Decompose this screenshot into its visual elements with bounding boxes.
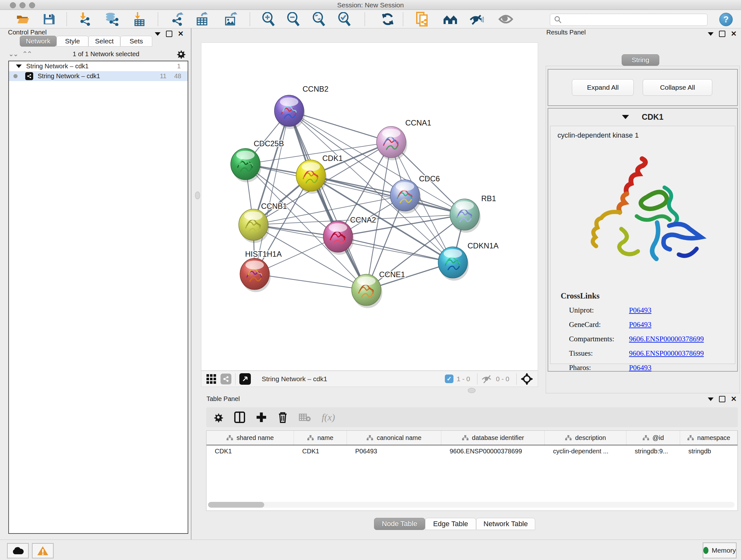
close-panel-icon[interactable]: ✕ — [731, 396, 737, 401]
float-panel-icon[interactable] — [719, 30, 725, 37]
string-network-graph[interactable]: CCNB2CCNA1CDC25BCDK1CDC6RB1CCNB1CCNA2CDK… — [201, 43, 538, 370]
edge-CDK1-RB1[interactable] — [311, 176, 465, 214]
export-image-icon[interactable] — [223, 12, 238, 26]
node-CCNB1[interactable]: CCNB1 — [239, 202, 287, 243]
collapse-panel-icon[interactable] — [708, 397, 714, 401]
delete-column-icon[interactable] — [278, 412, 288, 423]
zoom-selected-icon[interactable] — [337, 12, 352, 26]
table-row[interactable]: CDK1CDK1P064939606.ENSP00000378699cyclin… — [206, 445, 738, 457]
zoom-out-icon[interactable] — [286, 12, 300, 26]
table-cell[interactable]: cyclin-dependent ... — [545, 445, 626, 457]
warnings-button[interactable] — [32, 543, 54, 558]
close-panel-icon[interactable]: ✕ — [178, 31, 184, 37]
node-CDC6[interactable]: CDC6 — [390, 174, 440, 213]
home-houses-icon[interactable] — [443, 12, 458, 26]
tab-style[interactable]: Style — [57, 36, 88, 47]
node-CDC25B[interactable]: CDC25B — [231, 139, 284, 182]
collapse-section-icon[interactable] — [622, 115, 629, 119]
node-RB1[interactable]: RB1 — [450, 194, 496, 233]
column-header-description[interactable]: description — [545, 431, 626, 445]
tab-sets[interactable]: Sets — [120, 36, 152, 47]
network-canvas[interactable]: CCNB2CCNA1CDC25BCDK1CDC6RB1CCNB1CCNA2CDK… — [201, 43, 538, 371]
collapse-all-button[interactable]: Collapse All — [643, 79, 712, 96]
tab-string[interactable]: String — [622, 54, 659, 66]
open-session-icon[interactable] — [15, 12, 30, 26]
search-box[interactable] — [550, 14, 708, 26]
table-cell[interactable]: 9606.ENSP00000378699 — [441, 445, 545, 457]
save-session-icon[interactable] — [42, 12, 56, 26]
column-header-name[interactable]: name — [294, 431, 347, 445]
zoom-in-icon[interactable] — [261, 12, 276, 26]
network-share-view-icon[interactable] — [220, 374, 231, 384]
refresh-layout-icon[interactable] — [381, 12, 395, 26]
selected-checkbox-icon[interactable]: ✓ — [445, 374, 454, 383]
column-header-database-identifier[interactable]: database identifier — [441, 431, 545, 445]
tab-network[interactable]: Network — [20, 36, 57, 47]
grid-view-icon[interactable] — [206, 374, 217, 384]
vertical-splitter[interactable] — [191, 28, 192, 540]
expand-all-icon[interactable]: ⌃⌃ — [22, 50, 31, 58]
edge-HIST1H1A-CCNE1[interactable] — [255, 274, 366, 290]
edge-CCNB2-CCNE1[interactable] — [289, 111, 366, 290]
crosslink-link[interactable]: 9606.ENSP00000378699 — [629, 349, 704, 358]
show-columns-icon[interactable] — [234, 412, 245, 423]
network-options-gear-icon[interactable] — [176, 49, 186, 59]
hide-unhide-eye-icon[interactable] — [469, 12, 484, 26]
crosslink-link[interactable]: P06493 — [629, 320, 651, 329]
table-cell[interactable]: CDK1 — [206, 445, 294, 457]
collapse-panel-icon[interactable] — [708, 32, 714, 36]
fit-selected-crosshair-icon[interactable] — [521, 373, 533, 385]
zoom-fit-icon[interactable] — [312, 12, 326, 26]
collapse-panel-icon[interactable] — [155, 32, 160, 36]
add-column-icon[interactable] — [256, 412, 267, 423]
tab-node-table[interactable]: Node Table — [374, 518, 425, 530]
tree-expand-icon[interactable] — [16, 64, 22, 68]
column-header-shared-name[interactable]: shared name — [206, 431, 294, 445]
memory-button[interactable]: Memory — [703, 543, 737, 558]
column-header-@id[interactable]: @id — [626, 431, 680, 445]
node-CCNE1[interactable]: CCNE1 — [352, 270, 405, 308]
duplicate-network-icon[interactable] — [415, 12, 429, 26]
network-collection-row[interactable]: String Network – cdk1 1 — [9, 61, 188, 71]
cdk1-header[interactable]: CDK1 — [548, 109, 737, 125]
edge-CCNA2-CDKN1A[interactable] — [338, 237, 453, 262]
horizontal-splitter-handle[interactable] — [468, 388, 475, 393]
splitter-handle[interactable] — [195, 192, 200, 199]
column-header-namespace[interactable]: namespace — [680, 431, 738, 445]
help-button[interactable]: ? — [719, 13, 733, 26]
node-HIST1H1A[interactable]: HIST1H1A — [240, 250, 282, 292]
network-row-selected[interactable]: String Network – cdk1 11 48 — [9, 71, 188, 81]
node-CCNB2[interactable]: CCNB2 — [274, 84, 328, 129]
float-panel-icon[interactable] — [719, 396, 725, 402]
export-network-icon[interactable] — [170, 12, 185, 26]
tab-edge-table[interactable]: Edge Table — [425, 518, 476, 530]
table-options-gear-icon[interactable] — [213, 412, 223, 422]
close-panel-icon[interactable]: ✕ — [731, 31, 737, 37]
table-horizontal-scrollbar[interactable] — [208, 502, 735, 508]
tab-select[interactable]: Select — [88, 36, 120, 47]
import-network-database-icon[interactable] — [104, 12, 119, 26]
table-cell[interactable]: P06493 — [347, 445, 441, 457]
scrollbar-thumb[interactable] — [208, 502, 264, 508]
export-table-icon[interactable] — [195, 12, 209, 26]
table-cell[interactable]: stringdb — [680, 445, 738, 457]
crosslink-link[interactable]: 9606.ENSP00000378699 — [629, 335, 704, 343]
crosslink-link[interactable]: P06493 — [629, 364, 651, 372]
node-CCNA1[interactable]: CCNA1 — [377, 118, 431, 160]
collapse-all-icon[interactable]: ⌄⌄ — [8, 50, 17, 58]
import-network-file-icon[interactable] — [77, 12, 92, 26]
import-table-icon[interactable] — [131, 12, 146, 26]
cloud-button[interactable] — [7, 543, 29, 558]
show-eye-icon[interactable] — [498, 12, 513, 26]
column-header-canonical-name[interactable]: canonical name — [347, 431, 441, 445]
birds-eye-view-icon[interactable] — [239, 373, 251, 385]
table-cell[interactable]: CDK1 — [294, 445, 347, 457]
node-CDK1[interactable]: CDK1 — [296, 154, 343, 194]
expand-all-button[interactable]: Expand All — [572, 79, 634, 96]
table-cell[interactable]: stringdb:9... — [626, 445, 680, 457]
float-panel-icon[interactable] — [166, 30, 172, 37]
tab-network-table[interactable]: Network Table — [476, 518, 535, 530]
search-input[interactable] — [565, 16, 707, 23]
crosslink-link[interactable]: P06493 — [629, 306, 651, 314]
node-CDKN1A[interactable]: CDKN1A — [438, 241, 498, 281]
